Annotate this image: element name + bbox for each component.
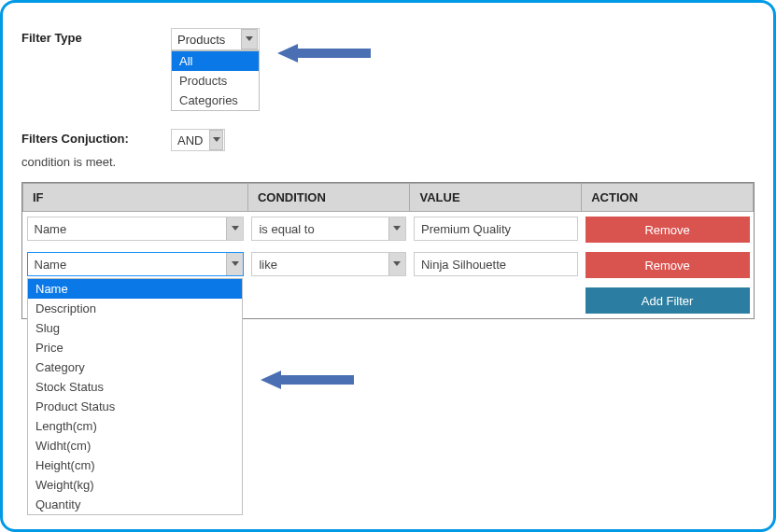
table-row: Name is equal to Remove: [23, 212, 754, 248]
condition-value: like: [252, 258, 388, 272]
header-condition: CONDITION: [247, 184, 410, 212]
filter-type-select-wrap: Products All Products Categories: [171, 28, 260, 50]
filter-type-dropdown[interactable]: All Products Categories: [171, 50, 260, 111]
if-value: Name: [28, 222, 227, 236]
svg-marker-2: [232, 226, 239, 231]
if-option[interactable]: Quantity: [28, 495, 242, 514]
header-if: IF: [23, 184, 248, 212]
header-value: VALUE: [410, 184, 582, 212]
if-select[interactable]: Name: [27, 252, 245, 276]
svg-marker-3: [393, 226, 401, 231]
annotation-arrow-icon: [277, 44, 371, 63]
remove-button[interactable]: Remove: [586, 217, 750, 243]
if-dropdown[interactable]: Name Description Slug Price Category Sto…: [27, 278, 243, 515]
condition-select[interactable]: is equal to: [251, 217, 406, 241]
if-option[interactable]: Description: [28, 299, 242, 318]
if-option[interactable]: Weight(kg): [28, 475, 242, 495]
if-option[interactable]: Category: [28, 357, 242, 377]
condition-select[interactable]: like: [251, 252, 406, 276]
condition-value: is equal to: [252, 222, 388, 236]
if-option[interactable]: Name: [28, 279, 242, 299]
if-option[interactable]: Length(cm): [28, 416, 242, 436]
filter-type-option-all[interactable]: All: [172, 51, 259, 71]
if-select[interactable]: Name: [27, 217, 245, 241]
svg-marker-5: [393, 261, 401, 266]
filter-type-option-categories[interactable]: Categories: [172, 91, 259, 110]
if-option[interactable]: Product Status: [28, 397, 242, 416]
value-input[interactable]: [414, 217, 578, 241]
chevron-down-icon: [226, 253, 243, 275]
chevron-down-icon: [388, 217, 405, 240]
annotation-arrow-icon: [261, 371, 354, 389]
if-option[interactable]: Slug: [28, 318, 242, 338]
remove-button[interactable]: Remove: [586, 252, 750, 278]
chevron-down-icon: [226, 217, 243, 240]
conjunction-hint: condition is meet.: [21, 155, 755, 169]
chevron-down-icon: [241, 29, 258, 49]
if-option[interactable]: Price: [28, 338, 242, 357]
conjunction-selected: AND: [172, 133, 208, 147]
filter-type-select[interactable]: Products: [171, 28, 260, 50]
svg-marker-0: [246, 36, 253, 41]
chevron-down-icon: [388, 253, 405, 275]
settings-panel: Filter Type Products All Products Catego…: [0, 0, 776, 532]
if-option[interactable]: Height(cm): [28, 455, 242, 475]
add-filter-button[interactable]: Add Filter: [586, 287, 750, 314]
if-value: Name: [28, 258, 227, 272]
rules-header-row: IF CONDITION VALUE ACTION: [23, 184, 754, 212]
conjunction-row: Filters Conjuction: AND: [21, 129, 755, 151]
conjunction-label: Filters Conjuction:: [21, 129, 171, 146]
rules-table-wrap: IF CONDITION VALUE ACTION Name: [21, 182, 755, 319]
header-action: ACTION: [582, 184, 754, 212]
svg-marker-1: [213, 137, 220, 142]
if-option[interactable]: Widht(cm): [28, 436, 242, 455]
if-option[interactable]: Stock Status: [28, 377, 242, 397]
conjunction-select[interactable]: AND: [171, 129, 225, 151]
chevron-down-icon: [209, 130, 223, 150]
filter-type-label: Filter Type: [21, 28, 171, 45]
filter-type-row: Filter Type Products All Products Catego…: [21, 28, 755, 50]
svg-marker-4: [232, 261, 239, 266]
filter-type-selected: Products: [172, 33, 240, 47]
value-input[interactable]: [414, 252, 578, 276]
filter-type-option-products[interactable]: Products: [172, 71, 259, 91]
